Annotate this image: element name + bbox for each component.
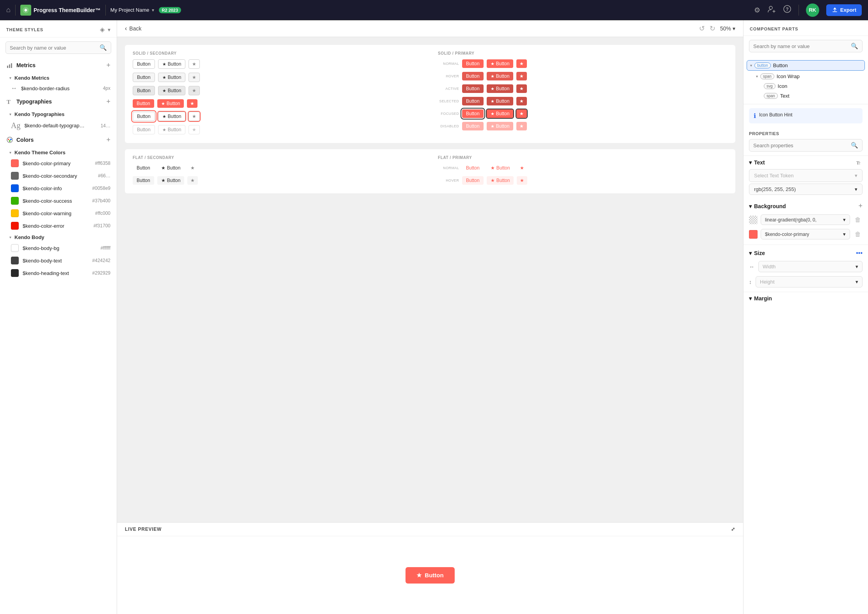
btn-flat-primary-hover[interactable]: Button <box>462 176 484 185</box>
btn-flat-secondary-icon-normal[interactable]: ★ Button <box>157 164 185 172</box>
btn-secondary-icon-only-focused[interactable]: ★ <box>189 112 200 121</box>
bg-primary-delete-button[interactable]: 🗑 <box>853 231 863 238</box>
btn-secondary-active[interactable]: Button <box>133 86 155 95</box>
btn-primary-icon-only-hover[interactable]: ★ <box>516 72 527 80</box>
body-text-row[interactable]: $kendo-body-text #424242 <box>0 254 117 267</box>
color-warning-row[interactable]: $kendo-color-warning #ffc000 <box>0 207 117 220</box>
kendo-body-header[interactable]: ▾ Kendo Body <box>0 232 117 242</box>
comp-text-item[interactable]: span Text <box>743 91 868 101</box>
colors-section-header[interactable]: Colors + <box>0 132 117 147</box>
btn-secondary-icon-focused[interactable]: ★ Button <box>158 112 186 121</box>
left-search-input[interactable] <box>10 45 96 51</box>
btn-secondary-icon-only-hover[interactable]: ★ <box>189 73 200 82</box>
add-user-icon[interactable] <box>767 5 776 15</box>
right-search-box[interactable]: 🔍 <box>749 40 863 52</box>
btn-primary-icon-only-normal[interactable]: ★ <box>516 59 527 68</box>
btn-primary-normal[interactable]: Button <box>462 59 484 68</box>
btn-primary-focused[interactable]: Button <box>462 109 484 118</box>
btn-primary-icon-only-focused[interactable]: ★ <box>516 109 527 118</box>
undo-icon[interactable]: ↺ <box>699 24 705 33</box>
body-bg-row[interactable]: $kendo-body-bg #ffffff <box>0 242 117 254</box>
height-dropdown[interactable]: Height ▾ <box>756 276 863 287</box>
width-dropdown[interactable]: Width ▾ <box>758 261 863 272</box>
border-radius-row[interactable]: ↔ $kendo-border-radius 4px <box>0 82 117 94</box>
demo-primary-button[interactable]: ★ Button <box>406 567 454 584</box>
btn-secondary-icon-only-selected[interactable]: ★ <box>187 99 197 108</box>
expand-icon[interactable]: ▾ <box>108 27 110 33</box>
paint-icon[interactable]: ◈ <box>100 26 105 33</box>
properties-search-input[interactable] <box>753 143 848 148</box>
heading-text-row[interactable]: $kendo-heading-text #292929 <box>0 267 117 279</box>
btn-secondary-hover[interactable]: Button <box>133 73 155 82</box>
btn-secondary-icon-only-active[interactable]: ★ <box>189 86 200 95</box>
btn-flat-primary-normal[interactable]: Button <box>462 164 484 172</box>
btn-primary-selected[interactable]: Button <box>462 97 484 105</box>
redo-icon[interactable]: ↻ <box>710 24 715 33</box>
bg-gradient-dropdown[interactable]: linear-gradient(rgba(0, 0, ▾ <box>761 214 850 225</box>
btn-primary-icon-selected[interactable]: ★ Button <box>487 97 514 105</box>
btn-flat-primary-icon-normal[interactable]: ★ Button <box>487 164 514 172</box>
help-icon[interactable]: ? <box>783 5 792 15</box>
text-token-dropdown[interactable]: Select Text Token ▾ <box>749 169 863 182</box>
btn-secondary-icon-active[interactable]: ★ Button <box>158 86 186 95</box>
typographies-add-button[interactable]: + <box>106 98 110 105</box>
back-button[interactable]: ‹ Back <box>125 25 141 32</box>
kendo-typographies-header[interactable]: ▾ Kendo Typographies <box>0 109 117 119</box>
btn-primary-icon-normal[interactable]: ★ Button <box>487 59 514 68</box>
btn-primary-icon-only-active[interactable]: ★ <box>516 84 527 93</box>
color-info-row[interactable]: $kendo-color-info #0058e9 <box>0 182 117 195</box>
kendo-theme-colors-header[interactable]: ▾ Kendo Theme Colors <box>0 147 117 157</box>
live-preview-expand-icon[interactable]: ⤢ <box>731 527 735 532</box>
export-button[interactable]: Export <box>826 4 862 16</box>
metrics-add-button[interactable]: + <box>106 62 110 69</box>
btn-flat-secondary-normal[interactable]: Button <box>133 164 154 172</box>
btn-primary-active[interactable]: Button <box>462 84 484 93</box>
bg-primary-dropdown[interactable]: $kendo-color-primary ▾ <box>761 229 850 239</box>
color-primary-row[interactable]: $kendo-color-primary #ff6358 <box>0 157 117 170</box>
text-section-header[interactable]: ▾ Text TT <box>743 156 868 168</box>
btn-primary-icon-only-selected[interactable]: ★ <box>516 97 527 105</box>
btn-primary-icon-focused[interactable]: ★ Button <box>487 109 514 118</box>
right-search-input[interactable] <box>753 43 848 49</box>
btn-secondary-icon-selected[interactable]: ★ Button <box>157 99 184 108</box>
background-section-header[interactable]: ▾ Background + <box>743 200 868 212</box>
bg-gradient-delete-button[interactable]: 🗑 <box>853 216 863 223</box>
color-success-row[interactable]: $kendo-color-success #37b400 <box>0 195 117 207</box>
color-error-row[interactable]: $kendo-color-error #f31700 <box>0 220 117 232</box>
btn-secondary-icon-normal[interactable]: ★ Button <box>158 59 186 69</box>
colors-add-button[interactable]: + <box>106 136 110 143</box>
btn-secondary-normal[interactable]: Button <box>133 59 155 69</box>
btn-flat-secondary-icon-only-hover[interactable]: ★ <box>187 176 198 185</box>
btn-flat-primary-icon-only-normal[interactable]: ★ <box>517 164 527 172</box>
comp-button-item[interactable]: ▾ button Button <box>747 60 865 71</box>
kendo-metrics-header[interactable]: ▾ Kendo Metrics <box>0 73 117 82</box>
btn-secondary-icon-only-normal[interactable]: ★ <box>189 59 200 69</box>
user-avatar[interactable]: RK <box>806 4 819 17</box>
typographies-section-header[interactable]: T Typographies + <box>0 94 117 109</box>
left-search-box[interactable]: 🔍 <box>5 41 111 54</box>
btn-flat-secondary-icon-hover[interactable]: ★ Button <box>157 176 185 185</box>
typo-default-row[interactable]: Ag $kendo-default-typograp… 14… <box>0 119 117 132</box>
project-selector[interactable]: My Project Name ▾ <box>110 7 154 13</box>
comp-icon-wrap-item[interactable]: ▾ span Icon Wrap <box>743 71 868 81</box>
btn-flat-secondary-hover[interactable]: Button <box>133 176 154 185</box>
properties-search-box[interactable]: 🔍 <box>749 139 863 152</box>
size-more-icon[interactable]: ••• <box>856 250 863 257</box>
btn-primary-hover[interactable]: Button <box>462 72 484 80</box>
text-color-row[interactable]: rgb(255, 255, 255) ▾ <box>749 184 863 195</box>
btn-secondary-selected[interactable]: Button <box>133 99 154 108</box>
btn-flat-primary-icon-only-hover[interactable]: ★ <box>517 176 527 185</box>
btn-flat-secondary-icon-only-normal[interactable]: ★ <box>187 164 198 172</box>
margin-section-header[interactable]: ▾ Margin <box>743 292 868 303</box>
btn-flat-primary-icon-hover[interactable]: ★ Button <box>487 176 514 185</box>
color-secondary-row[interactable]: $kendo-color-secondary #66… <box>0 170 117 182</box>
btn-primary-icon-hover[interactable]: ★ Button <box>487 72 514 80</box>
btn-secondary-icon-hover[interactable]: ★ Button <box>158 73 186 82</box>
metrics-section-header[interactable]: Metrics + <box>0 58 117 73</box>
settings-icon[interactable]: ⚙ <box>754 6 760 14</box>
size-section-header[interactable]: ▾ Size ••• <box>743 247 868 259</box>
home-button[interactable]: ⌂ <box>6 6 11 14</box>
background-add-button[interactable]: + <box>858 202 863 210</box>
comp-icon-item[interactable]: svg Icon <box>743 81 868 91</box>
btn-primary-icon-active[interactable]: ★ Button <box>487 84 514 93</box>
